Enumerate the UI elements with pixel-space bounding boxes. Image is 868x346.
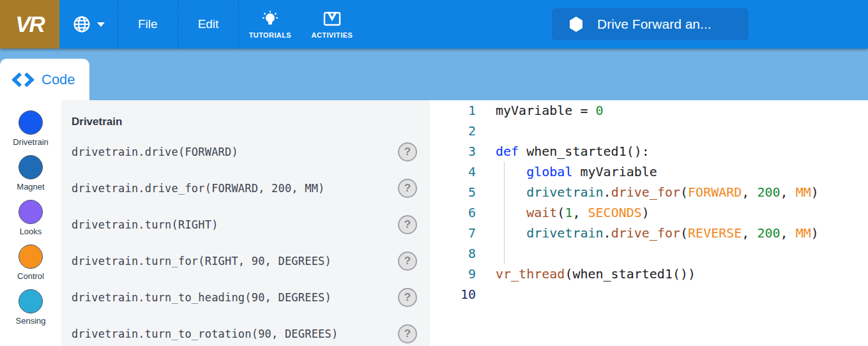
sidebar-item-label: Looks xyxy=(20,227,42,236)
project-name-label: Drive Forward an... xyxy=(597,17,712,32)
command-list-panel: Drivetrain drivetrain.drive(FORWARD)?dri… xyxy=(61,100,430,346)
code-token: ) xyxy=(811,225,819,241)
lightbulb-icon xyxy=(261,10,280,28)
command-row[interactable]: drivetrain.drive_for(FORWARD, 200, MM)? xyxy=(72,170,417,206)
code-line: 2 xyxy=(430,121,868,141)
code-token: global xyxy=(526,164,572,179)
code-token: . xyxy=(604,225,611,241)
help-button[interactable]: ? xyxy=(398,179,417,198)
sidebar-item-control[interactable]: Control xyxy=(17,244,44,281)
command-text: drivetrain.turn_to_heading(90, DEGREES) xyxy=(72,291,331,304)
project-name-button[interactable]: Drive Forward an... xyxy=(552,8,749,40)
sidebar-item-label: Control xyxy=(17,271,44,281)
code-token: , xyxy=(742,225,757,241)
command-row[interactable]: drivetrain.drive(FORWARD)? xyxy=(72,133,417,170)
code-line-text[interactable]: drivetrain.drive_for(FORWARD, 200, MM) xyxy=(496,182,868,202)
code-token xyxy=(496,164,526,179)
main-content: DrivetrainMagnetLooksControlSensing Driv… xyxy=(0,100,868,346)
code-token: drive_for xyxy=(611,225,680,241)
sidebar-item-sensing[interactable]: Sensing xyxy=(16,289,46,326)
code-token: 1 xyxy=(565,205,572,220)
code-token xyxy=(496,184,526,200)
indent-guide xyxy=(504,202,505,223)
line-number: 2 xyxy=(430,121,476,141)
menu-edit[interactable]: Edit xyxy=(178,0,239,49)
line-number: 10 xyxy=(430,284,476,305)
command-text: drivetrain.turn(RIGHT) xyxy=(72,218,218,231)
code-line: 8 xyxy=(430,243,868,264)
tab-code[interactable]: Code xyxy=(0,59,89,100)
code-token: (when_started1()) xyxy=(565,266,696,282)
category-sidebar: DrivetrainMagnetLooksControlSensing xyxy=(0,100,61,346)
code-line-text[interactable] xyxy=(496,121,868,141)
code-line-text[interactable] xyxy=(496,284,868,305)
tutorials-button[interactable]: TUTORIALS xyxy=(239,0,301,49)
sidebar-item-magnet[interactable]: Magnet xyxy=(17,155,44,192)
code-token: ) xyxy=(642,205,650,220)
activities-label: ACTIVITIES xyxy=(312,31,353,39)
code-token: SECONDS xyxy=(588,205,642,220)
code-line-text[interactable] xyxy=(496,243,868,264)
help-button[interactable]: ? xyxy=(398,288,417,307)
code-token: when_started1(): xyxy=(519,144,650,159)
code-line-text[interactable]: vr_thread(when_started1()) xyxy=(496,264,868,284)
code-line-text[interactable]: drivetrain.drive_for(REVERSE, 200, MM) xyxy=(496,223,868,243)
help-button[interactable]: ? xyxy=(398,252,417,271)
code-token: , xyxy=(572,205,588,220)
menubar-divider xyxy=(238,0,239,49)
code-token: REVERSE xyxy=(688,225,742,241)
tab-code-label: Code xyxy=(42,71,75,88)
language-menu-button[interactable] xyxy=(59,0,118,49)
code-token: drive_for xyxy=(611,184,680,200)
code-token: , xyxy=(780,184,796,200)
code-token: ( xyxy=(680,184,688,200)
line-number: 5 xyxy=(430,182,476,202)
code-line-text[interactable]: wait(1, SECONDS) xyxy=(496,202,868,223)
line-number: 9 xyxy=(430,264,476,284)
help-button[interactable]: ? xyxy=(398,324,417,343)
code-line-text[interactable]: global myVariable xyxy=(496,162,868,182)
menu-file[interactable]: File xyxy=(118,0,178,49)
code-token: def xyxy=(496,144,519,159)
line-number: 7 xyxy=(430,223,476,243)
code-line: 4 global myVariable xyxy=(430,162,868,182)
drivetrain-category-icon xyxy=(19,110,43,135)
command-text: drivetrain.turn_to_rotation(90, DEGREES) xyxy=(72,327,338,340)
command-row[interactable]: drivetrain.turn_to_rotation(90, DEGREES)… xyxy=(72,315,417,346)
code-token: 0 xyxy=(596,103,604,118)
sidebar-item-label: Drivetrain xyxy=(13,137,49,147)
line-number: 8 xyxy=(430,243,476,264)
help-button[interactable]: ? xyxy=(398,142,417,162)
sensing-category-icon xyxy=(19,289,43,313)
activities-button[interactable]: ACTIVITIES xyxy=(301,0,363,49)
sidebar-item-drivetrain[interactable]: Drivetrain xyxy=(13,110,49,147)
code-editor[interactable]: 1myVariable = 023def when_started1():4 g… xyxy=(430,100,868,346)
tab-strip: Code xyxy=(0,49,868,100)
checkbox-icon xyxy=(323,10,342,28)
code-token: ( xyxy=(557,205,565,220)
command-row[interactable]: drivetrain.turn_for(RIGHT, 90, DEGREES)? xyxy=(72,243,417,279)
sidebar-item-looks[interactable]: Looks xyxy=(19,200,43,236)
command-rows: drivetrain.drive(FORWARD)?drivetrain.dri… xyxy=(72,133,417,346)
code-line: 1myVariable = 0 xyxy=(430,100,868,121)
code-token: ) xyxy=(811,184,819,200)
code-line-text[interactable]: def when_started1(): xyxy=(496,141,868,162)
sidebar-item-label: Sensing xyxy=(16,316,46,326)
command-row[interactable]: drivetrain.turn_to_heading(90, DEGREES)? xyxy=(72,279,417,315)
control-category-icon xyxy=(19,244,43,269)
code-token: 200 xyxy=(757,184,780,200)
code-token: myVariable = xyxy=(496,103,596,118)
help-button[interactable]: ? xyxy=(398,215,417,234)
command-text: drivetrain.drive_for(FORWARD, 200, MM) xyxy=(72,182,325,195)
code-token: wait xyxy=(526,205,557,220)
code-line: 3def when_started1(): xyxy=(430,141,868,162)
code-line: 9vr_thread(when_started1()) xyxy=(430,264,868,284)
indent-guide xyxy=(504,223,505,243)
line-number: 4 xyxy=(430,162,476,182)
code-token: , xyxy=(780,225,796,241)
command-row[interactable]: drivetrain.turn(RIGHT)? xyxy=(72,206,417,243)
code-token: drivetrain xyxy=(526,225,603,241)
looks-category-icon xyxy=(19,200,43,224)
vexcode-vr-app: VR File Edit xyxy=(0,0,868,346)
code-line-text[interactable]: myVariable = 0 xyxy=(496,100,868,121)
